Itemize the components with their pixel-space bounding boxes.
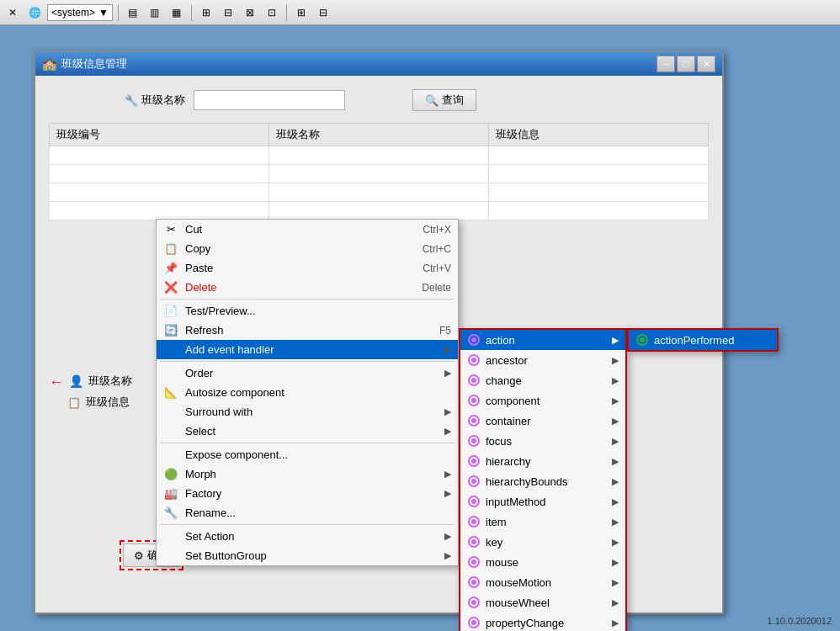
grid-icon-1[interactable]: ⊞ — [292, 3, 311, 22]
window-controls: ─ □ ✕ — [657, 56, 715, 72]
system-dropdown[interactable]: <system> ▼ — [47, 4, 113, 21]
sub-mousewheel[interactable]: mouseWheel ▶ — [460, 592, 625, 612]
svg-point-29 — [471, 620, 476, 625]
ctx-expose[interactable]: Expose component... — [157, 445, 458, 464]
search-input[interactable] — [194, 90, 345, 110]
svg-point-25 — [471, 580, 476, 585]
minimize-button[interactable]: ─ — [657, 56, 675, 72]
svg-point-19 — [471, 519, 476, 524]
refresh-icon: 🔄 — [163, 324, 178, 337]
ctx-order[interactable]: Order ▶ — [157, 363, 458, 383]
align-left-icon[interactable]: ▤ — [124, 3, 142, 22]
separator-a — [160, 299, 455, 300]
ctx-add-event-handler[interactable]: Add event handler ▶ — [157, 340, 458, 359]
sub-hierarchybounds-label: hierarchyBounds — [486, 475, 568, 488]
ctx-set-buttongroup-label: Set ButtonGroup — [185, 549, 438, 562]
table-body — [50, 146, 709, 220]
sub-inputmethod[interactable]: inputMethod ▶ — [460, 491, 625, 512]
ctx-delete-shortcut: Delete — [422, 282, 451, 294]
close-button[interactable]: ✕ — [3, 3, 22, 22]
layout-icon-3[interactable]: ⊠ — [241, 3, 259, 22]
order-arrow: ▶ — [444, 368, 451, 379]
sub-propertychange-arrow: ▶ — [612, 618, 619, 628]
action-performed-item[interactable]: actionPerformed — [629, 330, 777, 350]
sub-hierarchybounds[interactable]: hierarchyBounds ▶ — [460, 471, 625, 491]
sub-mouse-label: mouse — [486, 556, 518, 569]
key-event-icon — [467, 535, 481, 549]
separator-c — [160, 443, 455, 443]
ctx-copy[interactable]: 📋 Copy Ctrl+C — [157, 239, 458, 258]
col-class-info: 班级信息 — [489, 124, 709, 146]
sub-action[interactable]: action ▶ — [460, 330, 625, 350]
copy-icon: 📋 — [163, 242, 178, 255]
ctx-order-label: Order — [185, 367, 438, 379]
ctx-surround[interactable]: Surround with ▶ — [157, 402, 458, 422]
layout-icon-1[interactable]: ⊞ — [197, 3, 215, 22]
mouse-event-icon — [467, 555, 481, 569]
sub-ancestor-arrow: ▶ — [612, 355, 619, 366]
ctx-select[interactable]: Select ▶ — [157, 422, 458, 441]
sub-propertychange[interactable]: propertyChange ▶ — [460, 612, 625, 631]
sub-action-arrow: ▶ — [612, 335, 619, 346]
sub-change[interactable]: change ▶ — [460, 370, 625, 390]
sub-hierarchy[interactable]: hierarchy ▶ — [460, 451, 625, 471]
ctx-refresh-label: Refresh — [185, 324, 433, 337]
layout-icon-4[interactable]: ⊡ — [263, 3, 281, 22]
grid-icon-2[interactable]: ⊟ — [314, 3, 332, 22]
window-titlebar: 🏫 班级信息管理 ─ □ ✕ — [35, 52, 722, 76]
sub-item[interactable]: item ▶ — [460, 512, 625, 532]
ctx-autosize[interactable]: 📐 Autosize component — [157, 383, 458, 402]
panel-label-name: 班级名称 — [88, 374, 132, 389]
surround-arrow: ▶ — [444, 406, 451, 417]
mousewheel-event-icon — [467, 596, 481, 609]
action-event-icon — [467, 333, 481, 347]
sub-focus-label: focus — [486, 435, 512, 448]
ctx-refresh[interactable]: 🔄 Refresh F5 — [157, 321, 458, 340]
ctx-morph[interactable]: 🟢 Morph ▶ — [157, 464, 458, 484]
sub-inputmethod-arrow: ▶ — [612, 496, 619, 507]
ctx-set-buttongroup[interactable]: Set ButtonGroup ▶ — [157, 546, 458, 565]
ctx-paste[interactable]: 📌 Paste Ctrl+V — [157, 258, 458, 278]
table-header-row: 班级编号 班级名称 班级信息 — [50, 124, 709, 146]
align-right-icon[interactable]: ▦ — [167, 3, 186, 22]
confirm-icon: ⚙ — [134, 549, 144, 562]
ctx-set-action[interactable]: Set Action ▶ — [157, 527, 458, 546]
ctx-rename-label: Rename... — [185, 506, 451, 519]
sub-change-arrow: ▶ — [612, 375, 619, 386]
sub-mousewheel-label: mouseWheel — [486, 597, 550, 609]
sub-ancestor[interactable]: ancestor ▶ — [460, 350, 625, 370]
sub-mousemotion[interactable]: mouseMotion ▶ — [460, 572, 625, 592]
autosize-icon: 📐 — [163, 386, 178, 399]
separator-3 — [286, 4, 287, 21]
sub-key[interactable]: key ▶ — [460, 532, 625, 552]
sub-container-label: container — [486, 415, 530, 427]
separator-1 — [118, 4, 119, 21]
sub-mousewheel-arrow: ▶ — [612, 597, 619, 608]
sub-container[interactable]: container ▶ — [460, 411, 625, 431]
action-performed-icon — [635, 333, 649, 347]
ctx-rename[interactable]: 🔧 Rename... — [157, 503, 458, 522]
factory-icon: 🏭 — [163, 487, 178, 500]
align-center-icon[interactable]: ▥ — [146, 3, 164, 22]
ctx-delete[interactable]: ❌ Delete Delete — [157, 278, 458, 297]
select-arrow: ▶ — [444, 426, 451, 437]
sub-ancestor-label: ancestor — [486, 354, 528, 367]
ctx-cut[interactable]: ✂ Cut Ctrl+X — [157, 220, 458, 239]
window-title: 班级信息管理 — [61, 56, 127, 72]
ctx-factory[interactable]: 🏭 Factory ▶ — [157, 484, 458, 503]
ctx-copy-shortcut: Ctrl+C — [423, 243, 451, 255]
sub-focus[interactable]: focus ▶ — [460, 431, 625, 451]
inputmethod-event-icon — [467, 495, 481, 508]
table-row — [50, 183, 709, 202]
maximize-button[interactable]: □ — [677, 56, 695, 72]
ctx-test-label: Test/Preview... — [185, 305, 444, 317]
svg-point-21 — [471, 539, 476, 544]
ctx-test-preview[interactable]: 📄 Test/Preview... — [157, 301, 458, 321]
hierarchy-event-icon — [467, 454, 481, 468]
search-button[interactable]: 🔍 查询 — [412, 89, 476, 111]
layout-icon-2[interactable]: ⊟ — [219, 3, 237, 22]
close-window-button[interactable]: ✕ — [697, 56, 715, 72]
sub-mouse[interactable]: mouse ▶ — [460, 552, 625, 572]
sub-component[interactable]: component ▶ — [460, 390, 625, 411]
icon-button[interactable]: 🌐 — [25, 3, 44, 22]
